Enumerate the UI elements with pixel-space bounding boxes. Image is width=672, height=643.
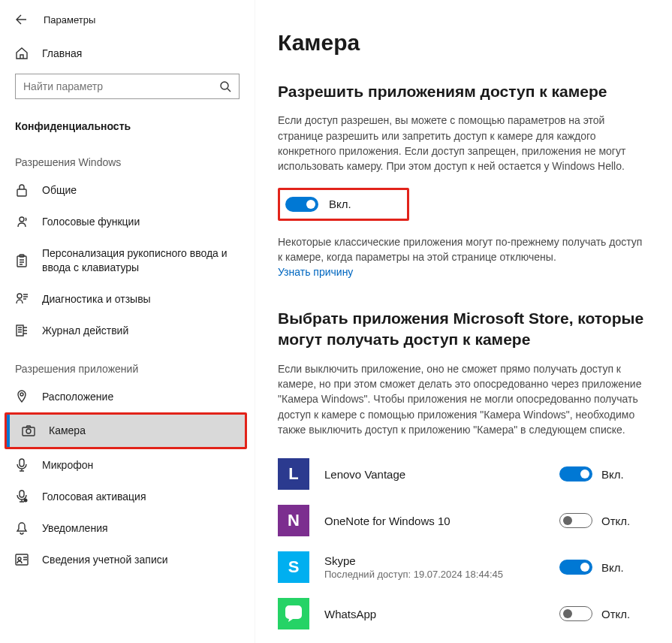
sidebar-group-windows: Разрешения Windows: [0, 140, 255, 174]
highlight-box: Камера: [5, 412, 247, 448]
voice-activation-icon: [15, 490, 29, 503]
sidebar-item-label: Микрофон: [42, 458, 240, 472]
search-field[interactable]: [23, 80, 219, 92]
svg-point-14: [18, 557, 21, 560]
feedback-icon: [15, 292, 29, 306]
sidebar-item-label: Камера: [49, 424, 230, 437]
camera-icon: [22, 424, 35, 436]
app-icon: [278, 598, 309, 629]
svg-point-2: [20, 217, 24, 222]
svg-rect-11: [20, 491, 24, 497]
app-info: OneNote for Windows 10: [324, 515, 544, 527]
sidebar-item-voice-activation[interactable]: Голосовая активация: [0, 481, 255, 512]
sidebar-item-speech[interactable]: Голосовые функции: [0, 206, 255, 237]
arrow-left-icon: [15, 14, 27, 26]
allow-description: Если доступ разрешен, вы можете с помощь…: [278, 113, 646, 174]
app-name: Lenovo Vantage: [324, 468, 544, 481]
sidebar-item-location[interactable]: Расположение: [0, 381, 255, 412]
app-row: WhatsAppОткл.: [278, 590, 649, 637]
svg-point-12: [24, 498, 28, 502]
app-row: SSkypeПоследний доступ: 19.07.2024 18:44…: [278, 544, 649, 590]
sidebar-item-inking[interactable]: Персонализация рукописного ввода и ввода…: [0, 237, 255, 282]
lock-icon: [15, 183, 29, 197]
svg-point-5: [17, 294, 22, 298]
app-toggle[interactable]: [559, 466, 592, 481]
titlebar: Параметры: [0, 9, 255, 39]
svg-rect-10: [20, 459, 24, 466]
app-name: OneNote for Windows 10: [324, 515, 544, 527]
sidebar-item-label: Расположение: [42, 390, 240, 403]
page-title: Камера: [278, 30, 649, 56]
search-icon: [219, 80, 231, 92]
main-content: Камера Разрешить приложениям доступ к ка…: [255, 0, 672, 643]
sidebar-item-notifications[interactable]: Уведомления: [0, 512, 255, 544]
app-row: NOneNote for Windows 10Откл.: [278, 497, 649, 544]
home-icon: [15, 47, 29, 60]
app-info: WhatsApp: [324, 608, 544, 620]
account-icon: [15, 554, 29, 566]
location-icon: [15, 390, 29, 403]
sidebar-item-label: Голосовые функции: [42, 215, 240, 228]
app-toggle-state: Вкл.: [601, 561, 624, 574]
app-toggle[interactable]: [559, 606, 592, 621]
bell-icon: [15, 521, 29, 535]
allow-heading: Разрешить приложениям доступ к камере: [278, 81, 649, 102]
app-toggle-state: Откл.: [601, 515, 630, 527]
sidebar-item-label: Общие: [42, 183, 240, 197]
app-info: SkypeПоследний доступ: 19.07.2024 18:44:…: [324, 554, 544, 580]
sidebar: Параметры Главная Конфиденциальность Раз…: [0, 0, 255, 643]
sidebar-item-label: Диагностика и отзывы: [42, 292, 240, 306]
app-icon: N: [278, 505, 309, 536]
sidebar-item-home[interactable]: Главная: [0, 39, 255, 68]
home-label: Главная: [42, 47, 82, 59]
sidebar-item-label: Персонализация рукописного ввода и ввода…: [42, 246, 240, 273]
sidebar-item-label: Уведомления: [42, 521, 240, 535]
app-name: Skype: [324, 554, 544, 567]
svg-point-7: [20, 393, 23, 396]
sidebar-section-privacy: Конфиденциальность: [0, 110, 255, 140]
svg-point-9: [26, 429, 31, 433]
history-icon: [15, 324, 29, 337]
sidebar-item-label: Голосовая активация: [42, 490, 240, 503]
svg-rect-6: [17, 325, 23, 336]
app-toggle[interactable]: [559, 513, 592, 528]
app-toggle-wrap: Откл.: [559, 606, 649, 621]
sidebar-item-label: Сведения учетной записи: [42, 553, 240, 566]
sidebar-item-microphone[interactable]: Микрофон: [0, 449, 255, 481]
choose-heading: Выбрать приложения Microsoft Store, кото…: [278, 308, 649, 351]
sidebar-item-camera[interactable]: Камера: [7, 415, 245, 446]
svg-rect-1: [17, 189, 26, 196]
toggle-state-label: Вкл.: [329, 198, 351, 210]
choose-description: Если выключить приложение, оно не сможет…: [278, 361, 646, 437]
speech-icon: [15, 215, 29, 228]
svg-rect-3: [17, 256, 26, 267]
window-title: Параметры: [44, 14, 95, 26]
app-info: Lenovo Vantage: [324, 468, 544, 481]
sidebar-item-account[interactable]: Сведения учетной записи: [0, 544, 255, 575]
allow-note: Некоторые классические приложения могут …: [278, 234, 646, 265]
app-toggle-wrap: Откл.: [559, 513, 649, 528]
search-input[interactable]: [15, 74, 240, 99]
learn-more-link[interactable]: Узнать причину: [278, 266, 353, 278]
app-toggle[interactable]: [559, 560, 592, 575]
sidebar-item-diagnostics[interactable]: Диагностика и отзывы: [0, 283, 255, 315]
sidebar-item-activity[interactable]: Журнал действий: [0, 315, 255, 346]
app-toggle-wrap: Вкл.: [559, 560, 649, 575]
app-toggle-state: Откл.: [601, 608, 630, 620]
allow-camera-toggle[interactable]: [285, 197, 318, 212]
clipboard-icon: [15, 254, 29, 267]
app-row: LLenovo VantageВкл.: [278, 451, 649, 497]
microphone-icon: [15, 458, 29, 472]
app-toggle-wrap: Вкл.: [559, 466, 649, 481]
app-icon: L: [278, 458, 309, 490]
highlight-box-toggle: Вкл.: [278, 188, 409, 221]
apps-list: LLenovo VantageВкл.NOneNote for Windows …: [278, 451, 649, 637]
app-toggle-state: Вкл.: [601, 468, 624, 481]
sidebar-group-apps: Разрешения приложений: [0, 346, 255, 381]
app-icon: S: [278, 551, 309, 583]
sidebar-item-general[interactable]: Общие: [0, 174, 255, 206]
svg-point-0: [221, 82, 228, 89]
back-button[interactable]: [15, 14, 27, 26]
app-name: WhatsApp: [324, 608, 544, 620]
app-last-access: Последний доступ: 19.07.2024 18:44:45: [324, 569, 544, 580]
